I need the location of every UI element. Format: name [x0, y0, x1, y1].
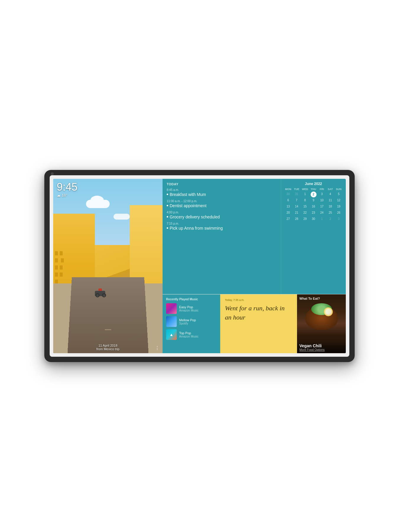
cal-day-17[interactable]: 17 [318, 204, 325, 209]
bottom-right-area: Recently Played Music Easy Pop Amazon Mu… [163, 294, 346, 353]
cal-day-8[interactable]: 8 [301, 198, 309, 203]
cloud-2 [113, 214, 130, 220]
cal-col-tue: TUE [293, 188, 300, 191]
calendar-header: June 2022 [285, 182, 342, 186]
today-label: Today [167, 182, 277, 186]
top-right-area: Today 8:45 a.m. Breakfast with Mum 11:00… [163, 179, 346, 294]
event-2-time: 11:00 a.m. - 12:00 p.m. [167, 200, 277, 203]
music-source-3: Amazon Music [179, 335, 217, 338]
cal-day-27[interactable]: 27 [285, 216, 292, 222]
time-weather-overlay: 9:45 ☁ 18° [57, 182, 77, 197]
cal-day-10[interactable]: 10 [318, 198, 325, 203]
cal-day-12[interactable]: 12 [335, 198, 342, 203]
music-track-1[interactable]: Easy Pop Amazon Music [166, 303, 217, 314]
music-info-1: Easy Pop Amazon Music [179, 305, 217, 312]
music-name-2: Mellow Pop [179, 318, 217, 322]
event-3[interactable]: 4:00 p.m. Grocery delivery scheduled [167, 211, 277, 219]
cal-day-23[interactable]: 23 [310, 210, 317, 215]
cal-day-3-next[interactable]: 3 [335, 216, 342, 222]
cal-col-mon: MON [285, 188, 292, 191]
right-panels: Today 8:45 a.m. Breakfast with Mum 11:00… [163, 179, 346, 353]
music-name-1: Easy Pop [179, 305, 217, 309]
cal-week-2: 6 7 8 9 10 11 12 [285, 198, 342, 203]
music-section-title: Recently Played Music [166, 298, 217, 301]
event-1[interactable]: 8:45 a.m. Breakfast with Mum [167, 188, 277, 197]
cal-week-5: 27 28 29 30 1 2 3 [285, 216, 342, 222]
cal-day-15[interactable]: 15 [301, 204, 309, 209]
music-panel: Recently Played Music Easy Pop Amazon Mu… [163, 294, 220, 353]
cal-day-4[interactable]: 4 [327, 192, 334, 197]
cal-day-9[interactable]: 9 [310, 198, 317, 203]
event-3-title: Grocery delivery scheduled [167, 215, 277, 219]
cal-day-14[interactable]: 14 [293, 204, 300, 209]
cal-week-4: 20 21 22 23 24 25 26 [285, 210, 342, 215]
cal-day-30-prev[interactable]: 30 [285, 192, 292, 197]
event-2[interactable]: 11:00 a.m. - 12:00 p.m. Dentist appointm… [167, 200, 277, 208]
cal-day-30[interactable]: 30 [310, 216, 317, 222]
food-egg [324, 307, 333, 316]
cal-day-13[interactable]: 13 [285, 204, 292, 209]
cal-day-7[interactable]: 7 [293, 198, 300, 203]
music-track-3[interactable]: Top Pop Amazon Music [166, 329, 217, 340]
cal-day-26[interactable]: 26 [335, 210, 342, 215]
photo-caption: 11 April 2018 from Mexico trip [53, 344, 163, 351]
cal-col-sun: SUN [335, 188, 342, 191]
food-section-label: What To Eat? [299, 297, 320, 300]
cal-col-thu: THU [310, 188, 317, 191]
cal-col-wed: WED [301, 188, 309, 191]
cal-day-22[interactable]: 22 [301, 210, 309, 215]
music-info-3: Top Pop Amazon Music [179, 331, 217, 338]
music-art-1 [166, 303, 177, 314]
cal-day-1[interactable]: 1 [301, 192, 309, 197]
cal-col-fri: FRI [318, 188, 325, 191]
music-art-2 [166, 316, 177, 327]
cal-day-6[interactable]: 6 [285, 198, 292, 203]
road-line [105, 329, 111, 330]
music-track-2[interactable]: Mellow Pop Spotify [166, 316, 217, 327]
cal-day-20[interactable]: 20 [285, 210, 292, 215]
event-3-dot [167, 216, 168, 218]
event-1-time: 8:45 a.m. [167, 188, 277, 192]
device-frame: 9:45 ☁ 18° 11 April 2018 from Mexico tri… [44, 170, 355, 362]
cal-day-29[interactable]: 29 [301, 216, 309, 222]
cal-day-24[interactable]: 24 [318, 210, 325, 215]
cal-day-16[interactable]: 16 [310, 204, 317, 209]
food-more-options[interactable]: More Food Options [299, 348, 343, 351]
note-text: Went for a run, back in an hour [225, 304, 292, 322]
event-4-dot [167, 227, 168, 229]
event-2-title: Dentist appointment [167, 203, 277, 208]
cal-day-2-today[interactable]: 2 [310, 192, 317, 197]
cal-day-1-next[interactable]: 1 [318, 216, 325, 222]
food-panel[interactable]: What To Eat? Vegan Chili More Food Optio… [297, 294, 346, 353]
cal-week-3: 13 14 15 16 17 18 19 [285, 204, 342, 209]
event-4-title: Pick up Anna from swimming [167, 226, 277, 231]
photo-panel: 9:45 ☁ 18° 11 April 2018 from Mexico tri… [53, 179, 163, 353]
street-photo-bg [53, 179, 163, 353]
cloud-1 [86, 200, 110, 208]
clock-display: 9:45 [57, 182, 77, 192]
event-1-title: Breakfast with Mum [167, 192, 277, 197]
motorcycle [95, 288, 107, 297]
event-2-dot [167, 205, 168, 206]
photo-menu-button[interactable]: ⋮ [155, 345, 160, 351]
cal-day-31-prev[interactable]: 31 [293, 192, 300, 197]
cal-day-21[interactable]: 21 [293, 210, 300, 215]
cal-day-25[interactable]: 25 [327, 210, 334, 215]
cal-day-3[interactable]: 3 [318, 192, 325, 197]
camera [51, 172, 54, 175]
event-4[interactable]: 7:15 p.m. Pick up Anna from swimming [167, 222, 277, 231]
cal-day-2-next[interactable]: 2 [327, 216, 334, 222]
cal-day-19[interactable]: 19 [335, 204, 342, 209]
sticky-note-panel[interactable]: Today, 7:35 a.m. Went for a run, back in… [220, 294, 297, 353]
cal-day-28[interactable]: 28 [293, 216, 300, 222]
cal-col-sat: SAT [327, 188, 334, 191]
screen: 9:45 ☁ 18° 11 April 2018 from Mexico tri… [53, 179, 346, 353]
calendar-grid: MON TUE WED THU FRI SAT SUN 30 31 [285, 188, 342, 223]
cal-day-11[interactable]: 11 [327, 198, 334, 203]
cal-day-5[interactable]: 5 [335, 192, 342, 197]
food-name: Vegan Chili [299, 343, 343, 348]
note-timestamp: Today, 7:35 a.m. [225, 299, 244, 301]
food-overlay: Vegan Chili More Food Options [297, 342, 346, 353]
weather-display: ☁ 18° [57, 193, 77, 197]
cal-day-18[interactable]: 18 [327, 204, 334, 209]
